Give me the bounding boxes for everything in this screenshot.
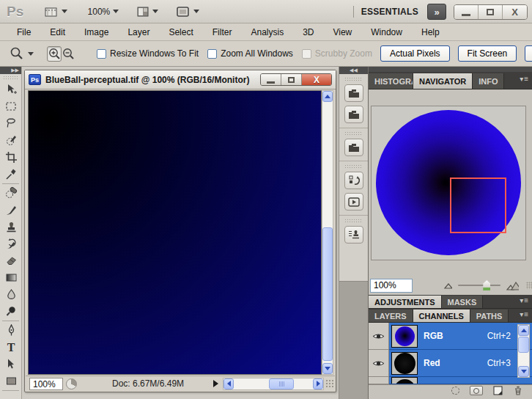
document-title-bar[interactable]: Ps BlueBall-perceptual.tif @ 100% (RGB/1… xyxy=(25,70,336,89)
image-canvas[interactable] xyxy=(29,91,321,374)
path-selection-tool[interactable] xyxy=(0,356,22,373)
panel-icon-clone-source[interactable] xyxy=(344,226,363,244)
status-timer-icon[interactable] xyxy=(66,378,77,389)
navigator-preview[interactable] xyxy=(371,106,526,260)
zoom-out-mode-button[interactable] xyxy=(62,46,75,62)
scroll-left-button[interactable] xyxy=(223,378,234,389)
move-tool[interactable] xyxy=(0,81,22,98)
menu-window[interactable]: Window xyxy=(361,25,412,40)
gradient-tool[interactable] xyxy=(0,269,22,286)
menu-edit[interactable]: Edit xyxy=(40,25,75,40)
rectangle-shape-tool[interactable] xyxy=(0,373,22,389)
menu-image[interactable]: Image xyxy=(75,25,118,40)
menu-3d[interactable]: 3D xyxy=(293,25,323,40)
scroll-right-button[interactable] xyxy=(313,378,323,389)
channel-row-rgb[interactable]: RGB Ctrl+2 xyxy=(369,323,532,350)
scroll-down-button[interactable] xyxy=(322,363,333,374)
visibility-cell[interactable] xyxy=(369,377,389,384)
quick-selection-tool[interactable] xyxy=(0,132,22,149)
panel-grip[interactable] xyxy=(344,164,363,168)
strip-collapse-button[interactable]: ◀◀ xyxy=(339,67,368,74)
channel-row-body[interactable]: RGB Ctrl+2 xyxy=(389,323,532,350)
spot-healing-brush-tool[interactable] xyxy=(0,185,22,202)
channel-row-body[interactable] xyxy=(389,377,532,384)
navigator-view-rectangle[interactable] xyxy=(450,177,506,233)
channels-scrollbar[interactable] xyxy=(517,324,530,378)
vertical-scrollbar[interactable] xyxy=(322,90,333,375)
panel-icon-folder-2[interactable] xyxy=(344,106,363,123)
panel-icon-folder-3[interactable] xyxy=(344,139,363,156)
eraser-tool[interactable] xyxy=(0,252,22,269)
fit-screen-button[interactable]: Fit Screen xyxy=(458,45,517,62)
doc-close-button[interactable]: X xyxy=(302,74,331,85)
zoom-tool-preset[interactable] xyxy=(9,46,34,61)
restore-button[interactable] xyxy=(479,5,503,19)
channel-row-red[interactable]: Red Ctrl+3 xyxy=(369,350,532,377)
scroll-thumb[interactable] xyxy=(518,337,529,353)
panel-resize-grip[interactable] xyxy=(526,282,532,289)
menu-select[interactable]: Select xyxy=(159,25,202,40)
delete-channel-icon[interactable] xyxy=(514,386,522,395)
zoom-in-mountains-icon[interactable] xyxy=(506,281,519,290)
scroll-up-button[interactable] xyxy=(322,91,333,102)
blur-tool[interactable] xyxy=(0,286,22,303)
workspace-switcher[interactable]: ESSENTIALS xyxy=(361,7,418,17)
panel-icon-folder-1[interactable] xyxy=(344,84,363,102)
tools-collapse-button[interactable]: ▶▶ xyxy=(0,67,21,74)
eyedropper-tool[interactable] xyxy=(0,166,22,183)
status-zoom-field[interactable]: 100% xyxy=(29,378,63,390)
arrange-documents-button[interactable] xyxy=(133,4,161,19)
panel-menu-icon[interactable]: ▾≡ xyxy=(520,75,529,83)
brush-tool[interactable] xyxy=(0,202,22,219)
fill-screen-button[interactable]: Fill Screen xyxy=(525,45,532,62)
tab-paths[interactable]: PATHS xyxy=(470,310,509,322)
panel-icon-history[interactable] xyxy=(344,172,363,189)
doc-restore-button[interactable] xyxy=(281,74,302,85)
dodge-tool[interactable] xyxy=(0,303,22,320)
channel-row-body[interactable]: Red Ctrl+3 xyxy=(389,350,532,377)
type-tool[interactable]: T xyxy=(0,339,22,356)
workspace-expand-button[interactable]: » xyxy=(427,4,446,20)
view-extras-button[interactable] xyxy=(41,4,70,19)
panel-icon-actions[interactable] xyxy=(344,193,363,211)
horizontal-scrollbar[interactable] xyxy=(223,378,324,390)
new-channel-icon[interactable] xyxy=(493,386,503,395)
channel-row-partial[interactable] xyxy=(369,377,532,384)
app-zoom-level[interactable]: 100% xyxy=(84,7,110,17)
rectangular-marquee-tool[interactable] xyxy=(0,98,22,115)
lasso-tool[interactable] xyxy=(0,115,22,132)
menu-filter[interactable]: Filter xyxy=(203,25,242,40)
history-brush-tool[interactable] xyxy=(0,235,22,252)
visibility-cell[interactable] xyxy=(369,350,389,377)
menu-help[interactable]: Help xyxy=(412,25,449,40)
panel-grip[interactable] xyxy=(344,77,363,81)
zoom-in-mode-button[interactable] xyxy=(47,46,62,62)
tab-channels[interactable]: CHANNELS xyxy=(413,310,470,322)
vertical-scroll-thumb[interactable] xyxy=(322,227,333,361)
clone-stamp-tool[interactable] xyxy=(0,219,22,235)
tab-layers[interactable]: LAYERS xyxy=(369,310,413,322)
panel-grip[interactable] xyxy=(344,219,363,222)
visibility-cell[interactable] xyxy=(369,323,389,350)
horizontal-scroll-thumb[interactable] xyxy=(269,378,294,389)
zoom-all-windows-checkbox[interactable]: Zoom All Windows xyxy=(207,48,293,59)
actual-pixels-button[interactable]: Actual Pixels xyxy=(380,45,450,62)
load-selection-icon[interactable] xyxy=(451,387,459,395)
screen-mode-button[interactable] xyxy=(173,4,202,19)
tab-navigator[interactable]: NAVIGATOR xyxy=(413,73,473,89)
crop-tool[interactable] xyxy=(0,149,22,166)
slider-thumb[interactable] xyxy=(483,280,490,290)
scroll-down-button[interactable] xyxy=(518,366,529,377)
tab-histogram[interactable]: HISTOGRAM xyxy=(369,73,413,89)
tools-grip[interactable] xyxy=(3,76,18,80)
navigator-zoom-field[interactable] xyxy=(370,279,413,293)
panel-menu-icon[interactable]: ▾≡ xyxy=(520,310,529,318)
panel-grip[interactable] xyxy=(344,131,363,135)
pen-tool[interactable] xyxy=(0,322,22,339)
window-resize-grip[interactable] xyxy=(325,379,334,388)
menu-layer[interactable]: Layer xyxy=(118,25,159,40)
save-selection-button[interactable] xyxy=(470,386,483,395)
close-button[interactable]: X xyxy=(503,5,527,19)
doc-minimize-button[interactable] xyxy=(261,74,281,85)
tab-masks[interactable]: MASKS xyxy=(442,296,484,308)
